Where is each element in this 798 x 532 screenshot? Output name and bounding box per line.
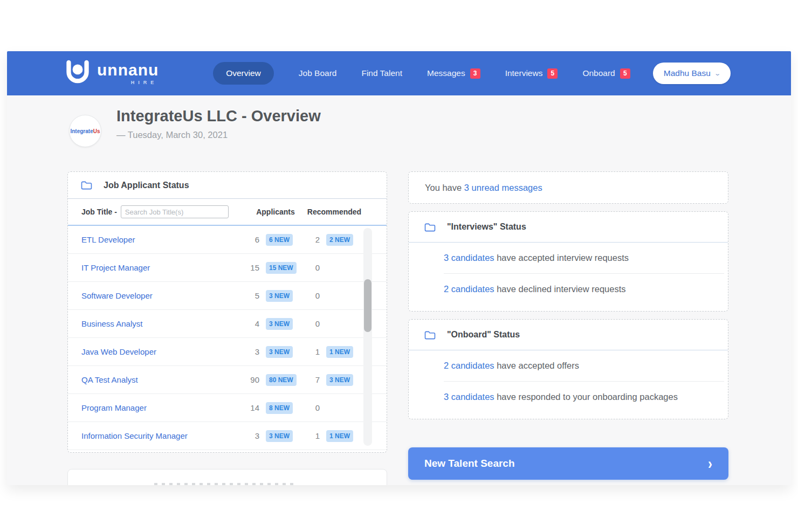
applicants-count: 6	[242, 235, 262, 244]
accepted-offers-link[interactable]: 2 candidates	[444, 361, 494, 370]
applicants-count: 3	[242, 347, 262, 356]
nav-tab-find-talent[interactable]: Find Talent	[361, 68, 402, 78]
table-row: IT Project Manager 15 15 NEW 0	[68, 254, 387, 282]
nav-tab-onboard[interactable]: Onboard 5	[582, 68, 630, 79]
top-navbar: unnanu HIRE Overview Job Board Find Tale…	[7, 51, 791, 95]
table-row: Java Web Developer 3 3 NEW 1 1 NEW	[68, 338, 387, 366]
table-row: QA Test Analyst 90 80 NEW 7 3 NEW	[68, 366, 387, 394]
unread-messages-prefix: You have	[425, 183, 464, 192]
job-filter-row: Job Title - Applicants Recommended	[68, 199, 387, 225]
recommended-count: 2	[306, 235, 322, 244]
recommended-column-header: Recommended	[306, 208, 363, 216]
applicants-new-badge: 3 NEW	[266, 290, 293, 302]
user-menu-button[interactable]: Madhu Basu ⌄	[653, 63, 731, 84]
new-talent-search-label: New Talent Search	[424, 458, 515, 469]
recommended-count: 0	[306, 403, 322, 412]
job-title-link[interactable]: Software Developer	[81, 291, 238, 300]
unread-messages-panel: You have 3 unread messages	[408, 171, 728, 204]
job-table: ETL Developer 6 6 NEW 2 2 NEW IT Project…	[68, 225, 387, 449]
recommended-count: 7	[306, 375, 322, 384]
recommended-count: 0	[306, 263, 322, 272]
applicants-new-badge: 15 NEW	[266, 262, 297, 274]
job-title-filter-label: Job Title -	[81, 208, 117, 216]
job-panel-header: Job Applicant Status	[68, 172, 387, 199]
main-nav: Overview Job Board Find Talent Messages …	[213, 62, 630, 85]
job-title-link[interactable]: Program Manager	[81, 403, 238, 412]
job-title-link[interactable]: Business Analyst	[81, 319, 238, 328]
folder-icon	[424, 223, 436, 232]
applicants-new-badge: 80 NEW	[266, 374, 297, 386]
recommended-count: 0	[306, 319, 322, 328]
brand-subtitle: HIRE	[131, 80, 158, 85]
page-title: IntegrateUs LLC - Overview	[116, 107, 321, 125]
job-title-search-input[interactable]	[121, 205, 229, 218]
nav-tab-messages[interactable]: Messages 3	[427, 68, 480, 79]
list-item: 2 candidates have declined interview req…	[409, 274, 728, 305]
applicants-count: 3	[242, 431, 262, 440]
list-item: 3 candidates have responded to your onbo…	[409, 382, 728, 412]
nav-tab-interviews[interactable]: Interviews 5	[505, 68, 558, 79]
recommended-count: 1	[306, 431, 322, 440]
declined-interviews-link[interactable]: 2 candidates	[444, 284, 494, 294]
list-item: 2 candidates have accepted offers	[409, 350, 728, 381]
messages-count-badge: 3	[470, 68, 480, 79]
brand-name: unnanu	[97, 62, 159, 78]
recommended-new-badge: 3 NEW	[326, 374, 353, 386]
list-item: 3 candidates have accepted interview req…	[409, 243, 728, 273]
recommended-count: 1	[306, 347, 322, 356]
recommended-new-badge: 2 NEW	[326, 234, 353, 246]
folder-icon	[424, 330, 436, 340]
clipped-bottom-panel	[67, 469, 387, 485]
applicants-count: 5	[242, 291, 262, 300]
job-title-link[interactable]: Java Web Developer	[81, 347, 238, 356]
unnanu-logo[interactable]: unnanu HIRE	[64, 59, 159, 87]
page-content: IntegrateUs IntegrateUs LLC - Overview —…	[7, 95, 791, 485]
unnanu-logo-icon	[64, 59, 92, 87]
table-row: Software Developer 5 3 NEW 0	[68, 282, 387, 310]
nav-tab-job-board[interactable]: Job Board	[299, 68, 337, 78]
company-avatar: IntegrateUs	[69, 115, 101, 147]
page-date: — Tuesday, March 30, 2021	[116, 130, 228, 140]
job-title-link[interactable]: ETL Developer	[81, 235, 238, 244]
table-row: Business Analyst 4 3 NEW 0	[68, 310, 387, 338]
job-title-link[interactable]: Information Security Manager	[81, 431, 238, 440]
unread-messages-link[interactable]: 3 unread messages	[464, 183, 542, 192]
app-window: unnanu HIRE Overview Job Board Find Tale…	[7, 51, 791, 485]
job-applicant-status-panel: Job Applicant Status Job Title - Applica…	[67, 171, 387, 453]
job-title-link[interactable]: IT Project Manager	[81, 263, 238, 272]
applicants-new-badge: 6 NEW	[266, 234, 293, 246]
onboard-panel-title: "Onboard" Status	[447, 330, 520, 340]
interviews-count-badge: 5	[547, 68, 558, 79]
applicants-count: 90	[242, 375, 262, 384]
job-panel-title: Job Applicant Status	[104, 181, 189, 190]
chevron-right-icon: ›	[708, 454, 712, 473]
clipped-text-remnant	[154, 483, 294, 485]
recommended-new-badge: 1 NEW	[326, 430, 353, 442]
job-title-link[interactable]: QA Test Analyst	[81, 375, 238, 384]
onboarding-responses-link[interactable]: 3 candidates	[444, 392, 494, 402]
applicants-new-badge: 8 NEW	[266, 402, 293, 414]
applicants-new-badge: 3 NEW	[266, 430, 293, 442]
table-row: ETL Developer 6 6 NEW 2 2 NEW	[68, 226, 387, 254]
table-scrollbar-thumb[interactable]	[364, 279, 372, 332]
table-scrollbar-track[interactable]	[363, 228, 372, 446]
applicants-new-badge: 3 NEW	[266, 318, 293, 330]
table-row: Program Manager 14 8 NEW 0	[68, 394, 387, 422]
new-talent-search-button[interactable]: New Talent Search ›	[408, 447, 728, 480]
folder-icon	[81, 181, 92, 190]
applicants-count: 4	[242, 319, 262, 328]
chevron-down-icon: ⌄	[714, 70, 721, 77]
recommended-new-badge: 1 NEW	[326, 346, 353, 358]
accepted-interviews-link[interactable]: 3 candidates	[444, 253, 494, 262]
user-name: Madhu Basu	[664, 68, 711, 78]
interviews-panel-title: "Interviews" Status	[447, 222, 526, 232]
applicants-count: 15	[242, 263, 262, 272]
applicants-count: 14	[242, 403, 262, 412]
applicants-new-badge: 3 NEW	[266, 346, 293, 358]
recommended-count: 0	[306, 291, 322, 300]
onboard-status-panel: "Onboard" Status 2 candidates have accep…	[408, 319, 728, 419]
nav-tab-overview[interactable]: Overview	[213, 62, 274, 85]
table-row: Information Security Manager 3 3 NEW 1 1…	[68, 422, 387, 450]
applicants-column-header: Applicants	[245, 208, 306, 216]
interviews-status-panel: "Interviews" Status 3 candidates have ac…	[408, 211, 728, 312]
